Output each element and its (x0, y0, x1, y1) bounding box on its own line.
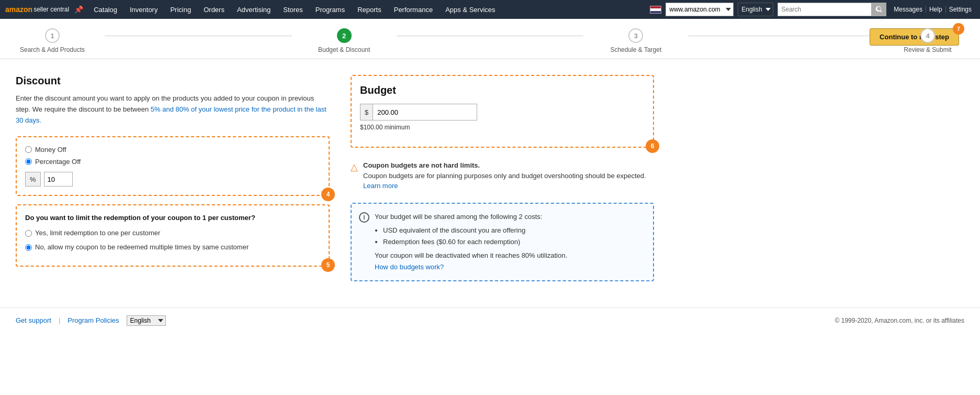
warning-icon: △ (351, 161, 358, 173)
get-support-link[interactable]: Get support (16, 316, 51, 324)
yes-limit-label: Yes, limit redemption to one per custome… (35, 229, 160, 237)
step-3-label: Schedule & Target (610, 46, 661, 53)
step-3: 3 Schedule & Target (583, 28, 688, 53)
warning-text: Coupon budgets are not hard limits. Coup… (363, 160, 654, 191)
step-connector-3 (688, 36, 875, 36)
search-icon (875, 6, 883, 13)
no-limit-label: No, allow my coupon to be redeemed multi… (35, 243, 249, 251)
discount-badge: 4 (321, 188, 335, 201)
info-text: Your budget will be shared among the fol… (375, 211, 567, 273)
top-navigation: amazon seller central 📌 Catalog Inventor… (0, 0, 980, 19)
nav-right-controls: www.amazon.com English Messages Help Set… (650, 3, 975, 16)
nav-catalog[interactable]: Catalog (87, 0, 123, 19)
no-redemption-option: No, allow my coupon to be redeemed multi… (25, 243, 320, 251)
nav-programs[interactable]: Programs (309, 0, 351, 19)
left-panel: Discount Enter the discount amount you w… (16, 75, 330, 281)
language-dropdown-nav[interactable]: English (738, 3, 773, 16)
budget-badge: 6 (646, 139, 659, 153)
step-connector-2 (397, 36, 584, 36)
footer-left: Get support | Program Policies English E… (16, 315, 166, 326)
info-line2: Your coupon will be deactivated when it … (375, 251, 567, 259)
discount-type-box: Money Off Percentage Off % 10 4 (16, 136, 330, 196)
redemption-badge: 5 (321, 258, 335, 272)
redemption-limit-box: Do you want to limit the redemption of y… (16, 204, 330, 267)
step-connector-1 (105, 36, 292, 36)
budget-info-box: i Your budget will be shared among the f… (351, 203, 654, 281)
yes-redemption-option: Yes, limit redemption to one per custome… (25, 229, 320, 237)
step-1-circle: 1 (45, 28, 60, 43)
nav-apps-services[interactable]: Apps & Services (439, 0, 501, 19)
money-off-option: Money Off (25, 146, 320, 153)
budget-minimum-note: $100.00 minimum (360, 124, 645, 131)
percentage-off-option: Percentage Off (25, 158, 320, 166)
logo-amazon: amazon (5, 5, 32, 14)
messages-link[interactable]: Messages (891, 6, 926, 13)
footer-copyright: © 1999-2020, Amazon.com, inc. or its aff… (835, 317, 964, 324)
percentage-off-radio[interactable] (25, 158, 32, 165)
discount-description: Enter the discount amount you want to ap… (16, 93, 330, 126)
info-line1: Your budget will be shared among the fol… (375, 213, 542, 221)
percentage-off-label: Percentage Off (35, 158, 81, 166)
warning-body-text: Coupon budgets are for planning purposes… (363, 172, 646, 180)
step-4-circle: 4 (920, 28, 935, 43)
learn-more-link[interactable]: Learn more (363, 182, 398, 190)
pin-icon: 📌 (74, 5, 83, 14)
search-input[interactable] (778, 3, 872, 16)
search-button[interactable] (872, 3, 886, 16)
budget-input-row: $ 200.00 (360, 104, 645, 120)
step-2: 2 Budget & Discount (292, 28, 397, 53)
program-policies-link[interactable]: Program Policies (67, 316, 119, 324)
budget-value-input[interactable]: 200.00 (373, 104, 477, 120)
settings-link[interactable]: Settings (945, 6, 975, 13)
step-1-label: Search & Add Products (20, 46, 85, 53)
nav-performance[interactable]: Performance (388, 0, 439, 19)
discount-input-row: % 10 (25, 172, 320, 186)
nav-advertising[interactable]: Advertising (231, 0, 277, 19)
url-dropdown[interactable]: www.amazon.com (666, 3, 734, 16)
warning-strong-text: Coupon budgets are not hard limits. (363, 161, 480, 169)
yes-limit-radio[interactable] (25, 230, 32, 237)
nav-stores[interactable]: Stores (277, 0, 309, 19)
warning-box: △ Coupon budgets are not hard limits. Co… (351, 156, 654, 195)
search-box (778, 3, 886, 16)
info-inner: i Your budget will be shared among the f… (359, 211, 646, 273)
nav-reports[interactable]: Reports (351, 0, 388, 19)
info-bullet1: USD equivalent of the discount you are o… (383, 225, 567, 236)
no-limit-radio[interactable] (25, 244, 32, 251)
step-2-circle: 2 (337, 28, 352, 43)
footer: Get support | Program Policies English E… (0, 308, 980, 333)
main-content: Discount Enter the discount amount you w… (0, 70, 980, 297)
percent-symbol: % (25, 172, 41, 186)
money-off-radio[interactable] (25, 146, 32, 153)
step-4: 4 Review & Submit (875, 28, 980, 53)
discount-title: Discount (16, 75, 330, 87)
how-budgets-work-link[interactable]: How do budgets work? (375, 263, 444, 271)
right-panel: Budget $ 200.00 $100.00 minimum 6 △ Coup… (351, 75, 654, 281)
flag-icon (650, 6, 661, 14)
money-off-label: Money Off (35, 146, 66, 153)
logo-seller-central: seller central (33, 6, 69, 13)
discount-value-input[interactable]: 10 (44, 172, 73, 186)
step-4-label: Review & Submit (904, 46, 951, 53)
language-dropdown-footer[interactable]: English Español Français Deutsch (127, 315, 166, 326)
step-3-circle: 3 (628, 28, 643, 43)
stepper-wrapper: 1 Search & Add Products 2 Budget & Disco… (0, 19, 980, 59)
step-2-label: Budget & Discount (318, 46, 370, 53)
dollar-symbol: $ (360, 104, 373, 120)
budget-title: Budget (360, 84, 645, 96)
budget-box: Budget $ 200.00 $100.00 minimum 6 (351, 75, 654, 148)
step-1: 1 Search & Add Products (0, 28, 105, 53)
info-icon: i (359, 212, 369, 223)
nav-orders[interactable]: Orders (197, 0, 231, 19)
stepper: 1 Search & Add Products 2 Budget & Disco… (0, 19, 980, 59)
logo-area: amazon seller central (5, 5, 69, 14)
info-bullet2: Redemption fees ($0.60 for each redempti… (383, 236, 567, 248)
footer-separator: | (59, 316, 60, 324)
nav-links-right: Messages Help Settings (891, 6, 975, 13)
help-link[interactable]: Help (926, 6, 945, 13)
discount-link[interactable]: 5% and 80% of your lowest price for the … (16, 105, 326, 124)
redemption-question: Do you want to limit the redemption of y… (25, 214, 320, 222)
nav-items: Catalog Inventory Pricing Orders Adverti… (87, 0, 650, 19)
nav-inventory[interactable]: Inventory (123, 0, 164, 19)
nav-pricing[interactable]: Pricing (164, 0, 197, 19)
